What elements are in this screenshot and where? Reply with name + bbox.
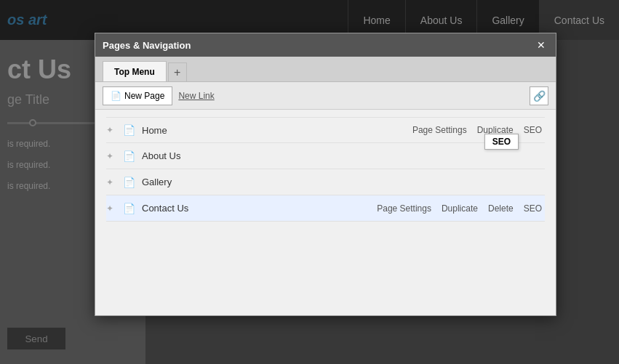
new-page-label: New Page — [124, 91, 164, 101]
page-icon-home: 📄 — [123, 124, 136, 136]
page-icon-contact: 📄 — [123, 203, 136, 214]
modal-header: Pages & Navigation ✕ — [95, 33, 556, 57]
new-link-button[interactable]: New Link — [178, 91, 214, 101]
page-row-about: ✦ 📄 About Us — [106, 143, 545, 169]
drag-handle-gallery[interactable]: ✦ — [106, 177, 117, 187]
pages-list: ✦ 📄 Home Page Settings Duplicate SEO SEO… — [95, 110, 556, 229]
drag-handle-home[interactable]: ✦ — [106, 125, 117, 135]
contact-duplicate-button[interactable]: Duplicate — [439, 202, 481, 215]
page-name-about: About Us — [142, 150, 545, 161]
drag-handle-about[interactable]: ✦ — [106, 151, 117, 161]
contact-seo-button[interactable]: SEO — [521, 202, 545, 215]
seo-popup[interactable]: SEO — [484, 134, 519, 150]
link-icon: 🔗 — [533, 90, 546, 102]
page-row-home: ✦ 📄 Home Page Settings Duplicate SEO SEO — [106, 117, 545, 143]
home-seo-button[interactable]: SEO — [521, 124, 545, 137]
page-icon-gallery: 📄 — [123, 177, 136, 188]
modal-title: Pages & Navigation — [103, 40, 191, 51]
page-row-contact: ✦ 📄 Contact Us Page Settings Duplicate D… — [106, 195, 545, 222]
modal-close-button[interactable]: ✕ — [534, 38, 548, 52]
page-name-contact: Contact Us — [142, 203, 374, 214]
pages-navigation-modal: Pages & Navigation ✕ Top Menu + 📄 New Pa… — [95, 33, 556, 316]
tab-top-menu[interactable]: Top Menu — [103, 61, 167, 81]
contact-page-settings-button[interactable]: Page Settings — [374, 202, 434, 215]
page-name-home: Home — [142, 125, 410, 136]
contact-row-actions: Page Settings Duplicate Delete SEO — [374, 202, 545, 215]
settings-icon-button[interactable]: 🔗 — [530, 86, 548, 105]
pages-toolbar: 📄 New Page New Link 🔗 — [95, 82, 556, 110]
new-page-icon: 📄 — [111, 91, 121, 101]
page-row-gallery: ✦ 📄 Gallery — [106, 169, 545, 195]
home-page-settings-button[interactable]: Page Settings — [410, 124, 470, 137]
drag-handle-contact[interactable]: ✦ — [106, 203, 117, 214]
page-icon-about: 📄 — [123, 150, 136, 162]
add-tab-button[interactable]: + — [168, 62, 187, 81]
page-name-gallery: Gallery — [142, 177, 545, 187]
tabs-bar: Top Menu + — [95, 57, 556, 82]
new-page-button[interactable]: 📄 New Page — [103, 86, 172, 105]
contact-delete-button[interactable]: Delete — [485, 202, 516, 215]
home-row-actions: Page Settings Duplicate SEO — [410, 124, 545, 137]
